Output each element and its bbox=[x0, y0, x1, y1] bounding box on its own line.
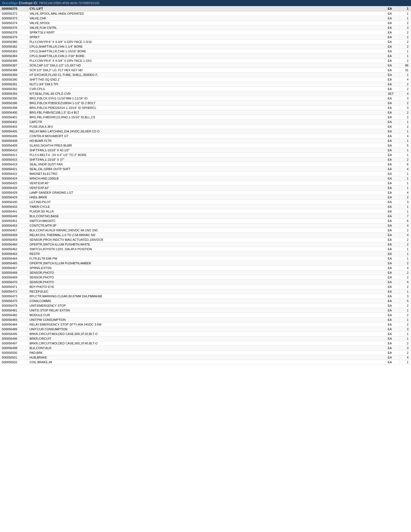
cell-item: S00056462 bbox=[0, 247, 28, 252]
cell-item: S00056481 bbox=[0, 308, 28, 313]
table-row: S00056374VALVE,SPOOLEA2 bbox=[0, 21, 411, 25]
cell-qty: 1 bbox=[400, 148, 411, 153]
table-row: S00056483UNIT:PW CONSUMPTIONEA1 bbox=[0, 318, 411, 322]
cell-qty: 6 bbox=[400, 219, 411, 223]
cell-uom: EA bbox=[386, 346, 400, 351]
cell-uom: EA bbox=[386, 124, 400, 129]
cell-item: S00056408 bbox=[0, 139, 28, 143]
cell-description: BLK,CONT:AUX bbox=[28, 346, 386, 351]
table-row: S00056396BRG,P.BLCK:P2BSCEZ108SH 1-1/2" … bbox=[0, 101, 411, 106]
cell-uom: EA bbox=[386, 68, 400, 73]
cell-item: S00056372 bbox=[0, 11, 28, 16]
cell-uom: EA bbox=[386, 49, 400, 54]
cell-item: S00056415 bbox=[0, 157, 28, 162]
cell-uom: EA bbox=[386, 96, 400, 101]
table-row: S00056380PLLY,CNVYR:6" X 4-3/4" V-GRV FA… bbox=[0, 40, 411, 44]
cell-uom: EA bbox=[386, 87, 400, 91]
cell-qty: 1 bbox=[400, 172, 411, 176]
table-row: S00056475CONN,COMMSEA5 bbox=[0, 299, 411, 303]
cell-item: S00056409 bbox=[0, 143, 28, 148]
cell-qty: 1 bbox=[400, 54, 411, 58]
cell-uom: EA bbox=[386, 110, 400, 115]
cell-uom: EA bbox=[386, 360, 400, 365]
parts-table: S00056370 CYL:LIFT EA 1 S00056372VALVE,S… bbox=[0, 6, 411, 365]
cell-uom: EA bbox=[386, 252, 400, 256]
cell-description: VENT:EXP,42" bbox=[28, 186, 386, 190]
cell-description: CVR:CPLG bbox=[28, 87, 386, 91]
cell-description: CONN,COMMS bbox=[28, 299, 386, 303]
cell-description: BRG,P.BLCK:PEB22631H 1-15/16" ID SPHERCL bbox=[28, 106, 386, 110]
cell-qty: 2 bbox=[400, 242, 411, 247]
cell-uom: EA bbox=[386, 25, 400, 30]
cell-item: S00056484 bbox=[0, 322, 28, 327]
cell-description: HUB,BRAKE bbox=[28, 355, 386, 360]
table-row: S00056376VALVE,FLW CNTRLEA3 bbox=[0, 25, 411, 30]
cell-item: S00056428 bbox=[0, 190, 28, 195]
cell-item: S00056419 bbox=[0, 162, 28, 167]
cell-uom: EA bbox=[386, 322, 400, 327]
cell-description: SCR:1/2" DIA,2" LG, FLT HEX KEY HD bbox=[28, 68, 386, 73]
cell-uom: EA bbox=[386, 195, 400, 200]
cell-qty: 2 bbox=[400, 101, 411, 106]
cell-uom: EA bbox=[386, 275, 400, 280]
cell-uom: EA bbox=[386, 115, 400, 120]
cell-description: UNIT:PW CONSUMPTION bbox=[28, 318, 386, 322]
table-row: S00056467SPRNG,EXTSNEA4 bbox=[0, 266, 411, 270]
cell-uom: EA bbox=[386, 327, 400, 332]
cell-qty: 2 bbox=[400, 341, 411, 346]
cell-item: S00056441 bbox=[0, 209, 28, 214]
cell-uom: EA bbox=[386, 351, 400, 355]
cell-item: S00056478 bbox=[0, 303, 28, 308]
cell-item: S00056425 bbox=[0, 181, 28, 186]
cell-uom: EA bbox=[386, 77, 400, 82]
cell-uom: EA bbox=[386, 16, 400, 21]
cell-item: S00056386 bbox=[0, 58, 28, 63]
cell-qty: 2 bbox=[400, 21, 411, 25]
cell-uom: EA bbox=[386, 153, 400, 157]
table-row: S00056419SEAL:SNDR DUST FANEA6 bbox=[0, 162, 411, 167]
cell-description: OPERTR,SWTCH:ILLUM PUSHBTN,AMBER bbox=[28, 261, 386, 266]
table-row: S00056501HUB,BRAKEEA4 bbox=[0, 355, 411, 360]
cell-qty: 6 bbox=[400, 162, 411, 167]
cell-qty: 2 bbox=[400, 313, 411, 318]
cell-item: S00056373 bbox=[0, 16, 28, 21]
cell-item: S00056471 bbox=[0, 285, 28, 289]
cell-description: COIL:BRAKE,#8 bbox=[28, 360, 386, 365]
table-row: S00056471BDY:PHOTO EYEEA2 bbox=[0, 285, 411, 289]
cell-qty: 2 bbox=[400, 82, 411, 87]
cell-item: S00056401 bbox=[0, 115, 28, 120]
cell-description: CPLG,SHAFT:RLLR,CHN 1-15/16" BORE bbox=[28, 49, 386, 54]
cell-uom: EA bbox=[386, 318, 400, 322]
cell-uom: EA bbox=[386, 256, 400, 261]
cell-qty: 31 bbox=[400, 68, 411, 73]
table-row: S00056392CVR:CPLGEA2 bbox=[0, 87, 411, 91]
cell-description: VALVE,SPOOL:MNL:HNDL OPERATED bbox=[28, 11, 386, 16]
cell-item: S00056465 bbox=[0, 261, 28, 266]
cell-uom: EA bbox=[386, 204, 400, 209]
cell-description: RELAY:MAG LATCHING,10A 24VDC,SILVER CD O bbox=[28, 129, 386, 134]
cell-uom: EA bbox=[386, 313, 400, 318]
cell-uom: EA bbox=[386, 270, 400, 275]
cell-item: S00056392 bbox=[0, 87, 28, 91]
table-row: S00056373VALVE,CHKEA1 bbox=[0, 16, 411, 21]
table-row: S00056469SENSOR,PHOTOEA2 bbox=[0, 275, 411, 280]
table-row: S00056426VENT:EXP,42"EA1 bbox=[0, 186, 411, 190]
cell-item: S00056495 bbox=[0, 332, 28, 336]
cell-qty: 2 bbox=[400, 351, 411, 355]
cell-qty: 2 bbox=[400, 261, 411, 266]
cell-qty: 2 bbox=[400, 110, 411, 115]
cell-item: S00056497 bbox=[0, 341, 28, 346]
table-row: S00056463RESTREA1 bbox=[0, 252, 411, 256]
cell-qty: 3 bbox=[400, 327, 411, 332]
cell-qty: 1 bbox=[400, 16, 411, 21]
table-row: S00056382CPLG,SHAFT:RLLR,CHN 1-1/4" BORE… bbox=[0, 44, 411, 49]
cell-qty: 2 bbox=[400, 87, 411, 91]
cell-uom: EA bbox=[386, 157, 400, 162]
cell-qty: 1 bbox=[400, 252, 411, 256]
table-row: S00056409GLASS,SIGHT:HI PRES BLWREA5 bbox=[0, 143, 411, 148]
cell-description: RELAY:EMERGENCY STOP SFTY,40A 24VDC 3.5W bbox=[28, 322, 386, 327]
table-row: S00056497BRKR,CIRCUIT:MOLDED CASE,600,1P… bbox=[0, 341, 411, 346]
table-row: S00056460OPERTR,SWTCH:ILLUM PUSHBTN,WHIT… bbox=[0, 242, 411, 247]
cell-uom: EA bbox=[386, 303, 400, 308]
cell-qty: 2 bbox=[400, 35, 411, 40]
